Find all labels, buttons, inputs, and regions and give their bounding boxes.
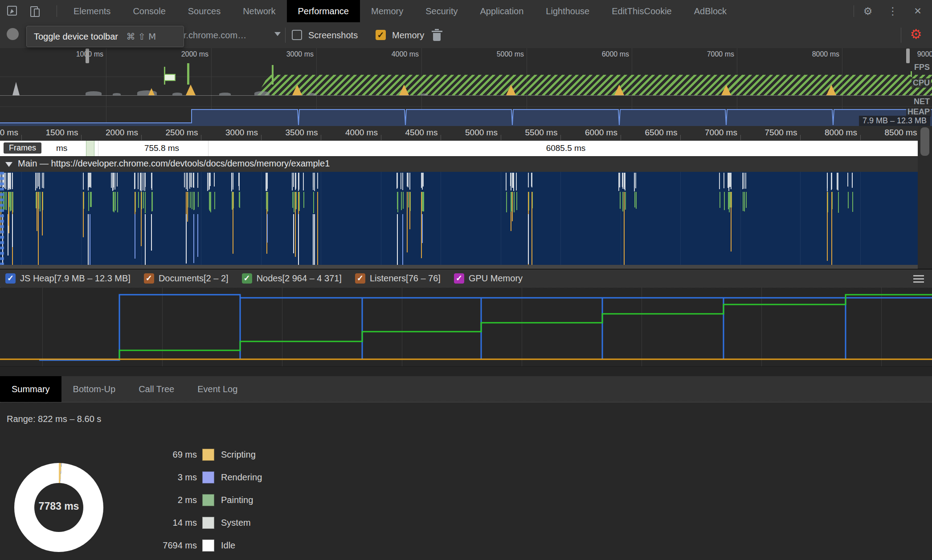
overview-tick-label: 6000 ms (602, 50, 629, 58)
toolbar-separator (285, 28, 286, 43)
scrollbar-thumb[interactable] (920, 127, 929, 156)
close-icon[interactable]: ✕ (909, 0, 927, 22)
timeline-overview[interactable]: 1000 ms2000 ms3000 ms4000 ms5000 ms6000 … (0, 48, 932, 126)
flame-tick (209, 192, 210, 210)
flame-tick (831, 173, 832, 189)
tab-console[interactable]: Console (122, 0, 176, 22)
memory-checkbox[interactable]: ✓ (376, 30, 386, 40)
more-menu-icon[interactable]: ⋮ (884, 0, 902, 22)
legend-swatch (202, 471, 214, 483)
main-track-header[interactable]: Main — https://developer.chrome.com/devt… (0, 156, 932, 172)
inspect-element-icon[interactable] (6, 6, 17, 16)
flame-tick (8, 173, 9, 190)
counter-checkbox[interactable]: ✓ (355, 273, 365, 284)
memory-counter-item[interactable]: ✓GPU Memory (454, 273, 523, 284)
main-flame-chart[interactable] (0, 172, 932, 269)
target-page-dropdown[interactable]: r.chrome.com… (184, 28, 277, 43)
tab-call-tree[interactable]: Call Tree (127, 376, 186, 402)
flame-gridline (261, 172, 262, 269)
ruler-tick-label: 7000 ms (705, 128, 737, 138)
window-left-handle[interactable] (86, 49, 89, 63)
flame-tick (298, 214, 299, 269)
flame-tick (88, 192, 89, 211)
flame-tick (210, 173, 211, 186)
memory-chart-footer (0, 366, 932, 377)
flame-tick (528, 173, 529, 187)
flame-tick (852, 192, 853, 207)
toggle-device-toolbar-icon[interactable] (29, 6, 40, 16)
long-task-triangle-icon (148, 88, 155, 95)
hamburger-menu-icon[interactable] (913, 273, 924, 284)
flame-tick (114, 173, 115, 190)
counter-checkbox[interactable]: ✓ (144, 273, 154, 284)
memory-counter-item[interactable]: ✓Nodes[2 964 – 4 371] (242, 273, 342, 284)
tab-lighthouse[interactable]: Lighthouse (535, 0, 601, 22)
cpu-spike (12, 82, 20, 95)
flame-tick (314, 173, 315, 191)
screenshots-checkbox[interactable] (292, 30, 302, 40)
frames-track[interactable]: Frames ms 755.8 ms6085.5 ms (0, 141, 918, 156)
main-vertical-scrollbar[interactable] (918, 126, 932, 269)
flame-tick (409, 192, 410, 229)
tab-editthiscookie[interactable]: EditThisCookie (601, 0, 683, 22)
flame-tick (303, 192, 304, 208)
collapse-caret-icon[interactable] (5, 162, 12, 167)
overview-tick-label: 2000 ms (181, 50, 208, 58)
tab-network[interactable]: Network (232, 0, 286, 22)
tab-security[interactable]: Security (414, 0, 469, 22)
legend-swatch (202, 449, 214, 461)
tab-application[interactable]: Application (469, 0, 535, 22)
tab-sources[interactable]: Sources (177, 0, 232, 22)
flame-tick (231, 173, 232, 190)
counter-checkbox[interactable]: ✓ (5, 273, 16, 284)
summary-legend: 69 msScripting3 msRendering2 msPainting1… (134, 443, 262, 557)
flame-tick (531, 173, 532, 187)
ruler-tick-mark (800, 135, 801, 140)
memory-counter-item[interactable]: ✓Listeners[76 – 76] (355, 273, 441, 284)
flame-tick (514, 192, 515, 212)
flame-gridline (201, 172, 201, 269)
flame-tick (852, 173, 853, 187)
counter-checkbox[interactable]: ✓ (242, 273, 252, 284)
tab-elements[interactable]: Elements (62, 0, 122, 22)
flame-tick (5, 173, 6, 189)
window-right-handle[interactable] (906, 49, 910, 63)
record-button[interactable] (7, 28, 19, 40)
flame-tick (233, 173, 233, 187)
device-toolbar-tooltip: Toggle device toolbar ⌘ ⇧ M (26, 26, 184, 47)
tab-adblock[interactable]: AdBlock (683, 0, 738, 22)
trash-body (433, 33, 441, 41)
flame-tick (40, 192, 41, 211)
counter-checkbox[interactable]: ✓ (454, 273, 464, 284)
settings-gear-icon[interactable]: ⚙ (859, 0, 877, 22)
flame-tick (190, 173, 191, 187)
ruler-tick-label: 4000 ms (345, 128, 378, 138)
flame-bottom-scrollbar[interactable] (0, 265, 932, 269)
legend-value: 69 ms (134, 450, 197, 460)
ruler-tick-mark (860, 135, 861, 140)
ruler-tick-label: 1000 ms (0, 128, 18, 138)
overview-tick-label: 1000 ms (76, 50, 103, 58)
frame-separator (208, 141, 208, 156)
capture-settings-gear-icon[interactable]: ⚙ (907, 23, 925, 45)
memory-counters-chart[interactable] (0, 287, 932, 367)
flame-gridline (860, 172, 861, 269)
tab-event-log[interactable]: Event Log (186, 376, 249, 402)
flame-tick (746, 192, 747, 208)
memory-counter-item[interactable]: ✓JS Heap[7.9 MB – 12.3 MB] (5, 273, 131, 284)
clear-recordings-icon[interactable] (431, 29, 443, 41)
flame-tick (12, 192, 13, 210)
flame-tick (423, 192, 424, 211)
tab-summary[interactable]: Summary (0, 376, 61, 402)
flame-tick (197, 214, 198, 257)
toolbar-separator-right (901, 28, 901, 43)
flame-tick (292, 173, 293, 191)
tab-memory[interactable]: Memory (360, 0, 414, 22)
flame-tick (827, 192, 828, 261)
memory-counter-item[interactable]: ✓Documents[2 – 2] (144, 273, 229, 284)
tab-bottom-up[interactable]: Bottom-Up (61, 376, 127, 402)
tab-performance[interactable]: Performance (287, 0, 360, 22)
flame-tick (624, 192, 625, 269)
selection-edge-strip (0, 172, 4, 269)
frame-bar[interactable] (86, 141, 94, 156)
